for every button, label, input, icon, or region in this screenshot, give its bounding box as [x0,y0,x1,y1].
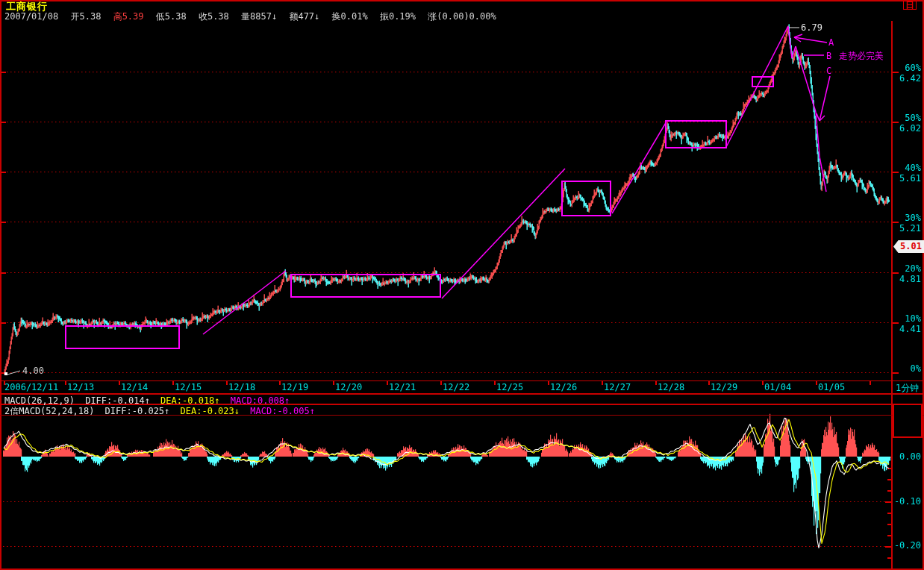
macd-axis-label: 0.00 [893,451,921,462]
price-axis-percent-label: 0% [893,363,921,374]
annotation-wave-b-label: B [826,51,831,61]
price-axis-price-label: 5.21 [893,223,921,234]
date-axis-label: 12/28 [658,382,684,392]
indicator-corner-box [893,404,923,438]
quote-change: 涨(0.00)0.00% [428,11,496,22]
date-axis-label: 12/19 [281,382,308,392]
date-axis-label: 12/29 [711,382,737,392]
macd2-macd: MACD:-0.005↑ [250,406,315,416]
macd-axis-label: -0.20 [893,540,921,551]
date-axis-label: 12/27 [604,382,631,392]
quote-volume: 量8857↓ [241,11,277,22]
macd1-diff: DIFF:-0.014↑ [85,395,150,406]
indicator-row-macd2[interactable]: 2倍MACD(52,24,18) DIFF:-0.025↑ DEA:-0.023… [4,405,320,418]
price-axis-percent-label: 40% [893,163,921,173]
date-band-top-line [0,380,924,381]
price-axis-percent-label: 50% [893,113,921,123]
frame-left [0,0,1,570]
annotation-comment-text: 走势必完美 [839,50,884,63]
quote-amplitude: 振0.19% [380,11,416,22]
price-axis-price-label: 4.41 [893,324,921,334]
quote-date: 2007/01/08 [4,11,58,22]
annotation-start-price: 4.00 [22,366,44,376]
date-axis-label: 01/04 [764,382,791,392]
period-label: 1分钟 [896,382,919,395]
indicator-row-macd[interactable]: MACD(26,12,9) DIFF:-0.014↑ DEA:-0.018↑ M… [4,395,295,406]
date-axis-label: 12/22 [443,382,469,392]
price-axis-price-label: 5.61 [893,173,921,184]
annotation-peak-price: 6.79 [801,22,822,33]
price-axis-percent-label: 30% [893,213,921,223]
frame-top [0,0,924,1]
macd2-dea: DEA:-0.023↓ [181,406,240,416]
quote-close: 收5.38 [199,11,229,22]
quote-high: 高5.39 [113,11,144,22]
chart-canvas[interactable] [0,0,924,570]
date-axis-label: 12/14 [121,382,148,392]
price-axis-percent-label: 60% [893,63,921,73]
quote-low: 低5.38 [156,11,187,22]
date-axis-label: 12/15 [175,382,202,392]
period-icon[interactable]: 日 [903,1,917,10]
price-axis-percent-label: 20% [893,263,921,274]
quote-open: 开5.38 [70,11,101,22]
macd1-dea: DEA:-0.018↑ [160,395,219,406]
date-axis-label: 12/26 [550,382,577,392]
annotation-wave-a-label: A [828,37,834,48]
date-axis-label: 2006/12/11 [4,382,58,392]
last-price-tag: 5.01 [893,240,924,253]
date-axis-label: 01/05 [818,382,845,392]
date-axis-label: 12/21 [389,382,416,392]
price-axis-price-label: 4.81 [893,274,921,284]
date-band-bottom-line [0,393,924,395]
macd2-name: 2倍MACD(52,24,18) [4,406,94,416]
macd1-macd: MACD:0.008↑ [231,395,290,406]
date-axis-label: 12/18 [228,382,255,392]
date-axis-label: 12/13 [67,382,94,392]
price-axis-price-label: 6.02 [893,123,921,134]
macd2-diff: DIFF:-0.025↑ [105,406,170,416]
macd1-name: MACD(26,12,9) [4,395,75,406]
plot-right-border [891,21,893,569]
price-axis-percent-label: 10% [893,313,921,324]
quote-turnover: 换0.01% [332,11,368,22]
date-axis-label: 12/20 [335,382,362,392]
annotation-wave-c-label: C [826,66,831,76]
date-axis-label: 12/25 [496,382,523,392]
app-window: 工商银行 2007/01/08 开5.38 高5.39 低5.38 收5.38 … [0,0,924,570]
price-axis-price-label: 6.42 [893,73,921,84]
quote-amount: 额477↓ [289,11,319,22]
quote-info-row: 2007/01/08 开5.38 高5.39 低5.38 收5.38 量8857… [4,10,503,23]
macd-axis-label: -0.10 [893,496,921,507]
